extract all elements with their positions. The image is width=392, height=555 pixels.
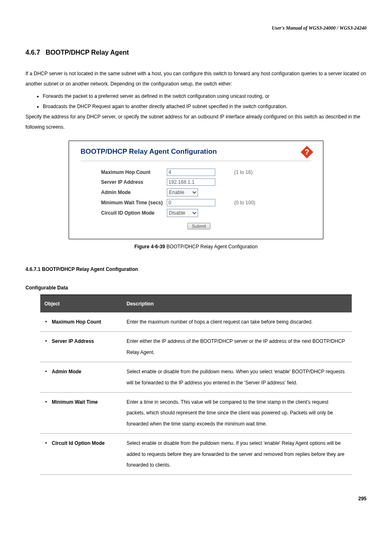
list-item: Forwards the packet to a preferred serve… <box>43 91 367 102</box>
submit-button[interactable]: Submit <box>187 223 210 229</box>
description-cell: Select enable or disable from the pulldo… <box>122 434 352 475</box>
config-row-min-wait: Minimum Wait Time (secs) (0 to 100) <box>81 199 311 206</box>
hint-min-wait: (0 to 100) <box>234 199 255 206</box>
object-cell: Server IP Address <box>40 332 122 362</box>
description-cell: Enter a time in seconds. This value will… <box>122 393 352 434</box>
subsection-heading: 4.6.7.1 BOOTP/DHCP Relay Agent Configura… <box>25 266 367 273</box>
config-data-table: Object Description Maximum Hop Count Ent… <box>40 294 352 475</box>
input-max-hop[interactable] <box>167 169 215 176</box>
description-cell: Enter either the IP address of the BOOTP… <box>122 332 352 362</box>
description-cell: Enter the maximum number of hops a clien… <box>122 312 352 332</box>
label-admin-mode: Admin Mode <box>81 189 167 196</box>
label-circuit-id: Circuit ID Option Mode <box>81 210 167 217</box>
figure-caption-rest: BOOTP/DHCP Relay Agent Configuration <box>165 244 258 250</box>
hint-max-hop: (1 to 16) <box>234 169 253 176</box>
manual-header: User's Manual of WGS3-24000 / WGS3-24240 <box>25 25 367 32</box>
figure-caption: Figure 4-6-39 BOOTP/DHCP Relay Agent Con… <box>25 243 367 250</box>
config-panel: BOOTP/DHCP Relay Agent Configuration ? M… <box>69 141 323 239</box>
bullet-list: Forwards the packet to a preferred serve… <box>43 91 367 112</box>
table-row: Maximum Hop Count Enter the maximum numb… <box>40 312 352 332</box>
table-row: Minimum Wait Time Enter a time in second… <box>40 393 352 434</box>
label-server-ip: Server IP Address <box>81 179 167 186</box>
config-row-max-hop: Maximum Hop Count (1 to 16) <box>81 169 311 176</box>
config-row-circuit-id: Circuit ID Option Mode Disable <box>81 209 311 217</box>
section-heading: 4.6.7 BOOTP/DHCP Relay Agent <box>25 48 367 57</box>
input-min-wait[interactable] <box>167 199 215 206</box>
svg-text:?: ? <box>304 148 309 156</box>
description-cell: Select enable or disable from the pulldo… <box>122 362 352 393</box>
help-icon[interactable]: ? <box>300 145 314 159</box>
table-header-object: Object <box>40 295 122 312</box>
panel-title-text: BOOTP/DHCP Relay Agent Configuration <box>81 148 217 155</box>
configurable-data-heading: Configurable Data <box>25 284 367 291</box>
label-min-wait: Minimum Wait Time (secs) <box>81 199 167 206</box>
panel-title: BOOTP/DHCP Relay Agent Configuration ? <box>81 147 311 161</box>
figure-caption-bold: Figure 4-6-39 <box>134 244 165 250</box>
config-row-server-ip: Server IP Address <box>81 178 311 186</box>
object-cell: Maximum Hop Count <box>40 312 122 332</box>
table-row: Admin Mode Select enable or disable from… <box>40 362 352 393</box>
intro-paragraph: If a DHCP server is not located in the s… <box>25 69 367 89</box>
table-row: Server IP Address Enter either the IP ad… <box>40 332 352 362</box>
page-number: 295 <box>25 495 367 502</box>
after-bullets-paragraph: Specify the address for any DHCP server,… <box>25 112 367 132</box>
object-cell: Minimum Wait Time <box>40 393 122 434</box>
label-max-hop: Maximum Hop Count <box>81 169 167 176</box>
object-cell: Circuit Id Option Mode <box>40 434 122 475</box>
input-server-ip[interactable] <box>167 178 215 186</box>
list-item: Broadcasts the DHCP Request again to ano… <box>43 102 367 112</box>
table-row: Circuit Id Option Mode Select enable or … <box>40 434 352 475</box>
object-cell: Admin Mode <box>40 362 122 393</box>
config-row-admin-mode: Admin Mode Enable <box>81 188 311 197</box>
section-number: 4.6.7 <box>25 49 40 56</box>
section-title: BOOTP/DHCP Relay Agent <box>46 49 129 56</box>
select-admin-mode[interactable]: Enable <box>167 188 198 197</box>
select-circuit-id[interactable]: Disable <box>167 209 198 217</box>
table-header-description: Description <box>122 295 352 312</box>
